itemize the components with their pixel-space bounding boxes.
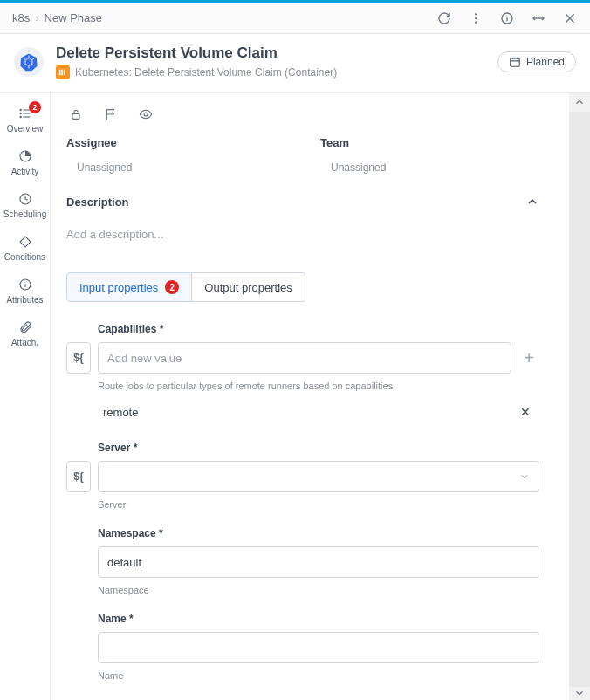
lock-icon[interactable] — [68, 106, 84, 122]
scroll-track[interactable] — [569, 112, 590, 687]
close-icon[interactable] — [562, 10, 578, 26]
tab-input-properties[interactable]: Input properties 2 — [66, 272, 192, 302]
name-input[interactable] — [98, 632, 539, 663]
field-server: Server * ${ Server — [66, 442, 566, 510]
field-capabilities: Capabilities * ${ + Route jobs to partic… — [66, 323, 566, 424]
remove-chip-icon[interactable]: ✕ — [517, 405, 534, 419]
subtitle-text: Kubernetes: Delete Persistent Volume Cla… — [75, 66, 337, 79]
svg-point-2 — [475, 21, 477, 23]
activity-icon — [18, 149, 32, 163]
paperclip-icon — [18, 320, 32, 334]
subtitle-line: Kubernetes: Delete Persistent Volume Cla… — [56, 65, 485, 79]
svg-point-5 — [506, 15, 507, 16]
title-row: Delete Persistent Volume Claim Kubernete… — [0, 34, 590, 93]
main-content: Assignee Unassigned Team Unassigned Desc… — [51, 93, 569, 700]
server-select[interactable] — [98, 461, 539, 492]
sidebar-item-label: Attach. — [11, 338, 38, 347]
namespace-input[interactable] — [98, 546, 539, 578]
breadcrumb-root[interactable]: k8s — [12, 11, 30, 24]
eye-icon[interactable] — [138, 106, 154, 122]
flag-icon[interactable] — [103, 106, 119, 122]
sidebar-item-scheduling[interactable]: Scheduling — [0, 183, 50, 226]
overview-badge: 2 — [29, 101, 41, 113]
svg-point-27 — [20, 109, 21, 110]
namespace-help: Namespace — [98, 585, 539, 595]
field-name: Name * Name — [66, 613, 566, 681]
right-scrollbar[interactable] — [569, 93, 590, 700]
breadcrumb-current[interactable]: New Phase — [45, 11, 102, 24]
refresh-icon[interactable] — [436, 10, 452, 26]
team-label: Team — [320, 136, 539, 149]
sidebar-item-label: Overview — [7, 124, 44, 134]
info-icon[interactable] — [499, 10, 515, 26]
description-header[interactable]: Description — [66, 195, 566, 209]
sidebar-item-label: Scheduling — [3, 209, 46, 219]
clock-icon — [18, 192, 32, 206]
svg-point-0 — [475, 13, 477, 15]
info-circle-icon — [18, 278, 32, 292]
tab-label: Input properties — [79, 281, 158, 294]
team-value[interactable]: Unassigned — [331, 161, 539, 174]
namespace-label: Namespace * — [98, 527, 539, 539]
status-label: Planned — [526, 56, 565, 68]
field-namespace: Namespace * Namespace — [66, 527, 566, 595]
kubernetes-logo-icon — [14, 47, 44, 77]
page-title: Delete Persistent Volume Claim — [56, 45, 485, 62]
description-label: Description — [66, 196, 129, 209]
assignee-value[interactable]: Unassigned — [77, 161, 285, 174]
variable-button[interactable]: ${ — [66, 342, 91, 374]
svg-point-38 — [144, 113, 148, 116]
breadcrumb-separator-icon: › — [35, 11, 38, 24]
svg-marker-32 — [20, 237, 31, 247]
capabilities-label: Capabilities * — [98, 323, 539, 335]
chevron-up-icon — [525, 195, 539, 209]
server-help: Server — [98, 499, 539, 510]
name-label: Name * — [98, 613, 539, 625]
description-placeholder[interactable]: Add a description... — [66, 209, 566, 272]
sidebar: 2 Overview Activity Scheduling Condition… — [0, 93, 51, 700]
sidebar-item-conditions[interactable]: Conditions — [0, 226, 50, 269]
capabilities-input[interactable] — [98, 342, 511, 374]
header-bar: k8s › New Phase — [0, 3, 590, 34]
svg-point-35 — [24, 281, 25, 282]
sidebar-item-activity[interactable]: Activity — [0, 141, 50, 183]
team-block: Team Unassigned — [320, 136, 539, 174]
tab-output-properties[interactable]: Output properties — [192, 272, 305, 302]
assignee-block: Assignee Unassigned — [66, 136, 285, 174]
capability-chip: remote ✕ — [98, 400, 539, 424]
svg-point-1 — [475, 17, 477, 18]
name-help: Name — [98, 670, 539, 681]
svg-rect-20 — [511, 58, 520, 66]
properties-tabs: Input properties 2 Output properties — [66, 272, 566, 302]
svg-rect-36 — [72, 113, 79, 119]
sidebar-item-label: Conditions — [4, 252, 45, 262]
capability-chip-label: remote — [103, 406, 138, 419]
sidebar-item-overview[interactable]: 2 Overview — [0, 98, 50, 141]
scroll-down-icon[interactable] — [573, 687, 586, 700]
variable-button[interactable]: ${ — [66, 461, 91, 492]
input-tab-badge: 2 — [165, 280, 179, 294]
capabilities-help: Route jobs to particular types of remote… — [98, 381, 539, 391]
breadcrumb: k8s › New Phase — [12, 11, 436, 24]
sidebar-item-attachments[interactable]: Attach. — [0, 312, 50, 354]
container-icon — [56, 65, 70, 79]
header-actions — [436, 10, 578, 26]
sidebar-item-label: Attributes — [6, 295, 43, 305]
add-capability-button[interactable]: + — [518, 347, 539, 368]
calendar-icon — [509, 56, 521, 68]
diamond-icon — [18, 235, 32, 249]
sidebar-item-label: Activity — [11, 167, 39, 176]
server-label: Server * — [98, 442, 539, 454]
assignee-label: Assignee — [66, 136, 285, 149]
expand-horizontal-icon[interactable] — [531, 10, 546, 26]
chevron-down-icon — [519, 471, 530, 482]
title-block: Delete Persistent Volume Claim Kubernete… — [56, 45, 485, 79]
sidebar-item-attributes[interactable]: Attributes — [0, 269, 50, 312]
status-pill[interactable]: Planned — [497, 51, 576, 72]
svg-point-28 — [20, 113, 21, 113]
scroll-up-icon[interactable] — [573, 96, 586, 112]
more-menu-icon[interactable] — [468, 10, 484, 26]
content-action-icons — [66, 103, 566, 136]
assignment-row: Assignee Unassigned Team Unassigned — [66, 136, 566, 174]
tab-label: Output properties — [204, 281, 292, 294]
